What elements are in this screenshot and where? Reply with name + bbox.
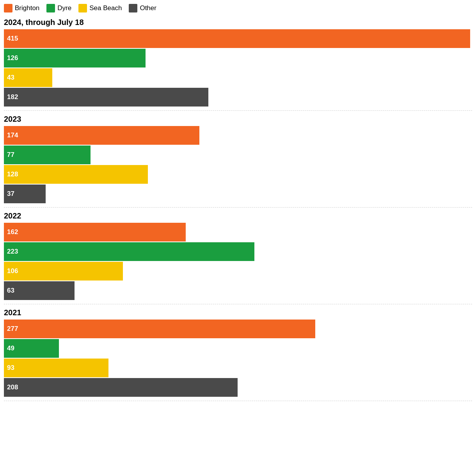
section-divider-final xyxy=(4,401,472,401)
bar-value-label: 37 xyxy=(7,190,14,198)
bar-row: 174 xyxy=(4,126,472,145)
bar-row: 223 xyxy=(4,242,472,261)
bar: 128 xyxy=(4,165,148,184)
legend-item-other: Other xyxy=(129,4,156,12)
section-title: 2022 xyxy=(4,211,472,220)
legend-item-dyre: Dyre xyxy=(46,4,71,12)
chart-section-2023: 20231747712837 xyxy=(4,115,472,203)
bar-value-label: 415 xyxy=(7,35,18,43)
bar-row: 128 xyxy=(4,165,472,184)
legend-item-sea-beach: Sea Beach xyxy=(78,4,122,12)
bar-value-label: 277 xyxy=(7,325,18,333)
bar-value-label: 49 xyxy=(7,344,14,352)
legend-label: Other xyxy=(140,4,156,12)
bar-row: 63 xyxy=(4,281,472,300)
bar-row: 106 xyxy=(4,262,472,281)
legend-label: Sea Beach xyxy=(89,4,122,12)
section-title: 2021 xyxy=(4,308,472,317)
bar-value-label: 208 xyxy=(7,384,18,391)
bar: 415 xyxy=(4,29,470,48)
legend-swatch xyxy=(78,4,87,12)
bar-value-label: 63 xyxy=(7,287,14,295)
bar-value-label: 43 xyxy=(7,74,14,82)
bar: 77 xyxy=(4,146,91,164)
bar-row: 415 xyxy=(4,29,472,48)
bar: 162 xyxy=(4,223,186,241)
bar: 182 xyxy=(4,88,208,107)
bar: 49 xyxy=(4,339,59,358)
section-title: 2023 xyxy=(4,115,472,124)
bar: 208 xyxy=(4,378,238,397)
legend-label: Dyre xyxy=(57,4,71,12)
bar-row: 49 xyxy=(4,339,472,358)
legend-swatch xyxy=(46,4,55,12)
bar: 174 xyxy=(4,126,199,145)
bar-row: 277 xyxy=(4,320,472,338)
section-title: 2024, through July 18 xyxy=(4,18,472,27)
bar-value-label: 77 xyxy=(7,151,14,159)
chart-section-2022: 202216222310663 xyxy=(4,211,472,300)
bar-value-label: 162 xyxy=(7,228,18,236)
chart-section-2021: 20212774993208 xyxy=(4,308,472,397)
chart-container: 2024, through July 184151264318220231747… xyxy=(4,18,472,401)
bar-row: 208 xyxy=(4,378,472,397)
chart-legend: Brighton Dyre Sea Beach Other xyxy=(4,4,472,12)
bar: 126 xyxy=(4,49,146,67)
section-divider xyxy=(4,207,472,208)
bar-value-label: 174 xyxy=(7,131,18,139)
bar: 223 xyxy=(4,242,254,261)
legend-item-brighton: Brighton xyxy=(4,4,39,12)
bar: 63 xyxy=(4,281,75,300)
bar-value-label: 106 xyxy=(7,267,18,275)
bar-row: 182 xyxy=(4,88,472,107)
bar-value-label: 93 xyxy=(7,364,14,372)
bar-row: 37 xyxy=(4,185,472,203)
bar-value-label: 128 xyxy=(7,170,18,178)
legend-swatch xyxy=(129,4,137,12)
bar-value-label: 126 xyxy=(7,54,18,62)
bar: 43 xyxy=(4,68,52,87)
bar: 277 xyxy=(4,320,315,338)
bar-row: 43 xyxy=(4,68,472,87)
chart-section-2024--through-july-18: 2024, through July 1841512643182 xyxy=(4,18,472,107)
bar: 93 xyxy=(4,359,108,377)
legend-swatch xyxy=(4,4,12,12)
bar-value-label: 182 xyxy=(7,93,18,101)
bar-value-label: 223 xyxy=(7,248,18,256)
section-divider xyxy=(4,304,472,304)
bar: 37 xyxy=(4,185,46,203)
section-divider xyxy=(4,110,472,111)
bar-row: 77 xyxy=(4,146,472,164)
bar-row: 162 xyxy=(4,223,472,241)
bar-row: 93 xyxy=(4,359,472,377)
bar: 106 xyxy=(4,262,123,281)
legend-label: Brighton xyxy=(15,4,39,12)
bar-row: 126 xyxy=(4,49,472,67)
